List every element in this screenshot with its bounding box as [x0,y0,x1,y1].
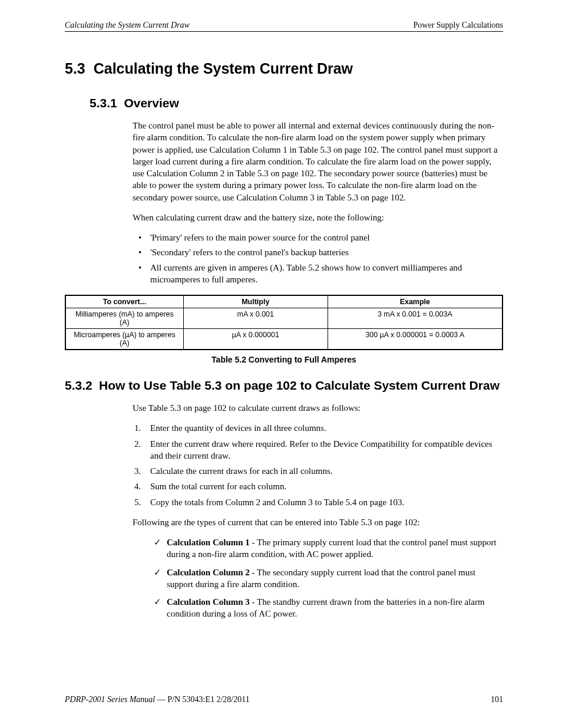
table-5-2-caption: Table 5.2 Converting to Full Amperes [65,355,503,364]
table-row: Microamperes (µA) to amperes (A) µA x 0.… [65,329,503,350]
page-number: 101 [491,695,503,704]
overview-body: The control panel must be able to power … [133,120,503,285]
check-item: Calculation Column 2 - The secondary sup… [154,566,503,591]
table-5-2-wrap: To convert... Multiply Example Milliampe… [65,295,503,350]
table-cell: mA x 0.001 [183,308,328,329]
step-item: 2.Enter the current draw where required.… [133,438,503,462]
page-footer: PDRP-2001 Series Manual — P/N 53043:E1 2… [65,695,503,704]
check-item: Calculation Column 3 - The standby curre… [154,596,503,620]
step-item: 3.Calculate the current draws for each i… [133,465,503,477]
table-header: Multiply [183,295,328,308]
table-cell: Microamperes (µA) to amperes (A) [65,329,183,350]
subsection-number: 5.3.2 [65,378,99,393]
check-item: Calculation Column 1 - The primary suppl… [154,536,503,561]
subsection-number: 5.3.1 [90,96,117,110]
section-number: 5.3 [65,60,85,77]
section-heading: 5.3 Calculating the System Current Draw [65,60,503,77]
subsection-heading-howto: 5.3.2 How to Use Table 5.3 on page 102 t… [65,378,503,393]
running-header: Calculating the System Current Draw Powe… [65,21,503,32]
footer-left: PDRP-2001 Series Manual — P/N 53043:E1 2… [65,695,250,704]
section-title: Calculating the System Current Draw [94,60,353,77]
header-right: Power Supply Calculations [414,21,503,30]
overview-bullets: 'Primary' refers to the main power sourc… [133,232,503,285]
step-item: 1.Enter the quantity of devices in all t… [133,422,503,434]
subsection-title: How to Use Table 5.3 on page 102 to Calc… [99,378,503,393]
overview-para-1: The control panel must be able to power … [133,120,503,203]
step-item: 5.Copy the totals from Column 2 and Colu… [133,496,503,508]
table-header: Example [328,295,503,308]
howto-body: Use Table 5.3 on page 102 to calculate c… [133,402,503,620]
howto-following: Following are the types of current that … [133,516,503,528]
table-cell: 300 µA x 0.000001 = 0.0003 A [328,329,503,350]
table-cell: µA x 0.000001 [183,329,328,350]
table-5-2: To convert... Multiply Example Milliampe… [65,295,503,350]
howto-intro: Use Table 5.3 on page 102 to calculate c… [133,402,503,414]
bullet-item: All currents are given in amperes (A). T… [133,262,503,286]
table-cell: 3 mA x 0.001 = 0.003A [328,308,503,329]
bullet-item: 'Secondary' refers to the control panel'… [133,246,503,258]
subsection-heading-overview: 5.3.1 Overview [90,96,503,110]
howto-steps: 1.Enter the quantity of devices in all t… [133,422,503,508]
table-row: Milliamperes (mA) to amperes (A) mA x 0.… [65,308,503,329]
table-cell: Milliamperes (mA) to amperes (A) [65,308,183,329]
step-item: 4.Sum the total current for each column. [133,480,503,492]
overview-para-2: When calculating current draw and the ba… [133,212,503,223]
subsection-title: Overview [124,96,178,110]
bullet-item: 'Primary' refers to the main power sourc… [133,232,503,243]
table-header: To convert... [65,295,183,308]
header-left: Calculating the System Current Draw [65,21,190,30]
calc-columns-list: Calculation Column 1 - The primary suppl… [154,536,503,620]
